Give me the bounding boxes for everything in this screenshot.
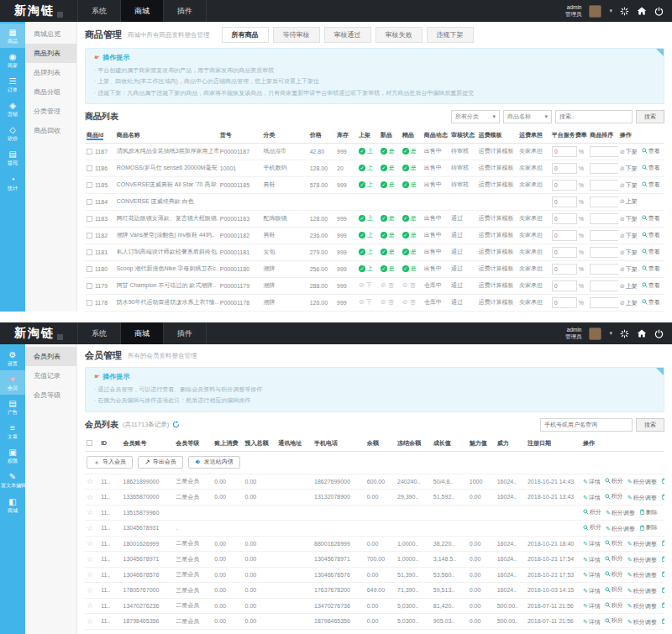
star-icon[interactable]: ☆	[87, 524, 93, 532]
op-积分调整[interactable]: ✎积分调整	[606, 509, 635, 517]
op-积分[interactable]: 积分	[605, 601, 623, 610]
op-删除[interactable]: 删除	[661, 585, 664, 594]
sidebar-item-砍价[interactable]: ◇砍价	[0, 121, 25, 145]
star-icon[interactable]: ☆	[87, 570, 93, 579]
op-查看[interactable]: 查看	[642, 231, 660, 239]
clear-cache-icon[interactable]	[620, 329, 629, 338]
sort-input[interactable]	[590, 230, 618, 241]
op-下架[interactable]: ⊘下架	[620, 165, 638, 173]
op-详情[interactable]: ✎详情	[583, 587, 601, 595]
sort-input[interactable]	[590, 264, 618, 275]
op-删除[interactable]: 删除	[639, 508, 658, 516]
submenu-item-商品列表[interactable]: 商品列表	[25, 44, 76, 63]
sidebar-item-会员[interactable]: ♥会员	[0, 370, 25, 395]
op-上架[interactable]: ⊘上架	[620, 299, 638, 307]
op-上架[interactable]: ⊘上架	[620, 197, 638, 206]
op-查看[interactable]: 查看	[642, 164, 660, 172]
submenu-item-商城总览[interactable]: 商城总览	[25, 24, 76, 44]
sidebar-item-权限[interactable]: ▣权限	[0, 443, 25, 468]
op-详情[interactable]: ✎详情	[583, 494, 601, 502]
submenu-item-商品回收[interactable]: 商品回收	[25, 121, 76, 140]
sort-input[interactable]	[590, 280, 618, 291]
row-checkbox[interactable]	[87, 149, 92, 155]
sidebar-item-商家[interactable]: ◉商家	[0, 48, 25, 72]
row-checkbox[interactable]	[87, 233, 92, 238]
op-积分[interactable]: 积分	[583, 508, 601, 516]
导出会员-button[interactable]: ↗导出会员	[138, 456, 183, 469]
row-checkbox[interactable]	[87, 165, 92, 171]
sidebar-item-营销[interactable]: ◈营销	[0, 97, 25, 121]
tab-等待审核[interactable]: 等待审核	[273, 27, 320, 43]
op-删除[interactable]: 删除	[661, 539, 664, 548]
op-下架[interactable]: ⊘下架	[620, 215, 638, 223]
fee-input[interactable]	[552, 196, 577, 207]
op-详情[interactable]: ✎详情	[583, 618, 601, 626]
row-checkbox[interactable]	[87, 182, 92, 188]
fee-input[interactable]	[552, 163, 577, 174]
op-积分调整[interactable]: ✎积分调整	[627, 494, 657, 502]
nav-item-插件[interactable]: 插件	[163, 0, 207, 22]
submenu-item-会员等级[interactable]: 会员等级	[25, 385, 76, 405]
fee-input[interactable]	[552, 146, 577, 157]
sidebar-item-订单[interactable]: ☰订单	[0, 72, 25, 97]
nav-item-系统[interactable]: 系统	[77, 0, 120, 22]
op-积分[interactable]: 积分	[605, 492, 623, 500]
op-删除[interactable]: 删除	[661, 616, 664, 625]
nav-item-插件[interactable]: 插件	[163, 322, 207, 344]
op-详情[interactable]: ✎详情	[583, 571, 601, 579]
nav-item-商城[interactable]: 商城	[120, 0, 163, 22]
field-select[interactable]: 商品名称▾	[503, 110, 552, 123]
op-积分[interactable]: 积分	[605, 539, 623, 548]
op-积分调整[interactable]: ✎积分调整	[627, 602, 657, 610]
op-下架[interactable]: ⊘下架	[620, 249, 638, 257]
tab-所有商品[interactable]: 所有商品	[222, 27, 269, 43]
clear-cache-icon[interactable]	[620, 7, 629, 16]
op-详情[interactable]: ✎详情	[583, 556, 601, 564]
nav-item-系统[interactable]: 系统	[77, 322, 120, 344]
sidebar-item-设置[interactable]: ⚙设置	[0, 346, 25, 370]
avatar[interactable]	[589, 327, 601, 340]
fee-input[interactable]	[552, 180, 577, 191]
op-下架[interactable]: ⊘下架	[620, 181, 638, 190]
op-积分[interactable]: 积分	[605, 570, 623, 579]
chevron-down-icon[interactable]: ▾	[609, 330, 612, 337]
op-积分[interactable]: 积分	[605, 477, 623, 485]
search-button[interactable]: 搜索	[636, 110, 664, 123]
home-icon[interactable]	[637, 328, 647, 338]
chevron-down-icon[interactable]: ▾	[609, 8, 612, 14]
fee-input[interactable]	[552, 247, 577, 258]
star-icon[interactable]: ☆	[87, 586, 93, 595]
submenu-item-分类管理[interactable]: 分类管理	[25, 102, 76, 121]
sidebar-item-广告[interactable]: ▤广告	[0, 395, 25, 419]
op-积分[interactable]: 积分	[605, 616, 623, 625]
star-icon[interactable]: ☆	[87, 617, 93, 626]
op-删除[interactable]: 删除	[661, 492, 664, 500]
nav-item-商城[interactable]: 商城	[120, 322, 163, 344]
op-删除[interactable]: 删除	[661, 477, 664, 485]
sidebar-item-统计[interactable]: ◔统计	[0, 170, 25, 195]
row-checkbox[interactable]	[87, 249, 92, 255]
star-icon[interactable]: ☆	[87, 477, 93, 485]
sidebar-item-富文本编辑[interactable]: ✎富文本编辑	[0, 468, 25, 492]
star-icon[interactable]: ☆	[87, 508, 93, 516]
sort-input[interactable]	[590, 196, 618, 207]
sort-input[interactable]	[590, 146, 618, 157]
op-详情[interactable]: ✎详情	[583, 478, 601, 486]
op-积分调整[interactable]: ✎积分调整	[627, 478, 657, 486]
op-上架[interactable]: ⊘上架	[620, 282, 638, 291]
fee-input[interactable]	[552, 297, 577, 308]
op-查看[interactable]: 查看	[642, 298, 660, 307]
op-积分调整[interactable]: ✎积分调整	[627, 571, 657, 579]
star-icon[interactable]: ☆	[87, 539, 93, 548]
op-删除[interactable]: 删除	[661, 601, 664, 610]
fee-input[interactable]	[552, 264, 577, 275]
sort-input[interactable]	[590, 213, 618, 224]
op-查看[interactable]: 查看	[642, 147, 660, 155]
op-下架[interactable]: ⊘下架	[620, 265, 638, 274]
fee-input[interactable]	[552, 213, 577, 224]
op-积分[interactable]: 积分	[605, 585, 623, 594]
op-积分调整[interactable]: ✎积分调整	[627, 587, 657, 595]
row-checkbox[interactable]	[87, 199, 92, 205]
power-icon[interactable]	[654, 7, 664, 16]
op-查看[interactable]: 查看	[642, 181, 660, 189]
